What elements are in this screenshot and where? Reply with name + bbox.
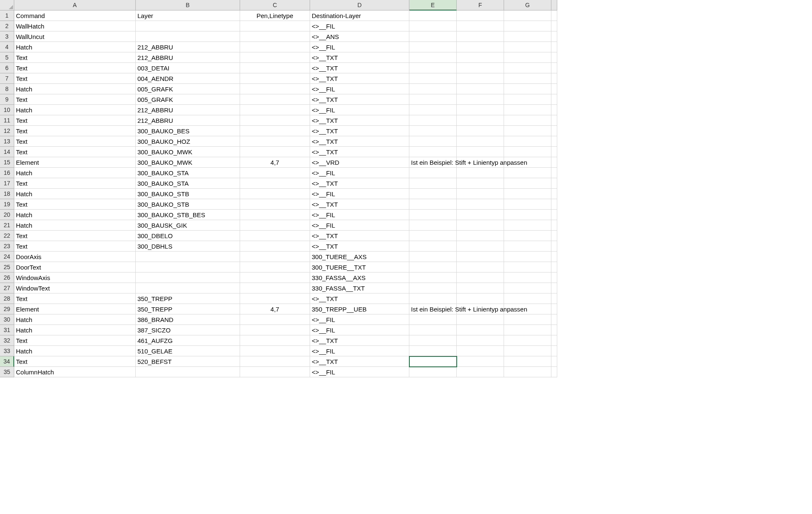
cell-E5[interactable]: [409, 52, 457, 63]
cell-D26[interactable]: 330_FASSA__AXS: [310, 273, 409, 283]
cell-E29[interactable]: Ist ein Beispiel: Stift + Linientyp anpa…: [409, 304, 457, 314]
cell-H28[interactable]: [551, 293, 557, 304]
cell-D31[interactable]: <>__FIL: [310, 325, 409, 335]
cell-A31[interactable]: Hatch: [14, 325, 136, 335]
cell-E24[interactable]: [409, 252, 457, 262]
cell-H7[interactable]: [551, 73, 557, 84]
column-header-A[interactable]: A: [14, 0, 136, 10]
cell-F11[interactable]: [457, 115, 504, 126]
cell-E1[interactable]: [409, 10, 457, 21]
cell-G14[interactable]: [504, 147, 551, 157]
cell-E32[interactable]: [409, 335, 457, 346]
cell-E30[interactable]: [409, 314, 457, 325]
cell-E19[interactable]: [409, 199, 457, 210]
cell-F30[interactable]: [457, 314, 504, 325]
column-header-F[interactable]: F: [457, 0, 504, 10]
cell-A17[interactable]: Text: [14, 178, 136, 189]
cell-C1[interactable]: Pen,Linetype: [240, 10, 310, 21]
cell-E7[interactable]: [409, 73, 457, 84]
cell-H22[interactable]: [551, 231, 557, 241]
cell-A27[interactable]: WindowText: [14, 283, 136, 293]
cell-A10[interactable]: Hatch: [14, 105, 136, 115]
column-header-G[interactable]: G: [504, 0, 551, 10]
cell-G2[interactable]: [504, 21, 551, 31]
cell-C20[interactable]: [240, 210, 310, 220]
cell-C28[interactable]: [240, 293, 310, 304]
cell-D3[interactable]: <>__ANS: [310, 31, 409, 42]
cell-F8[interactable]: [457, 84, 504, 94]
cell-F9[interactable]: [457, 94, 504, 105]
row-header-4[interactable]: 4: [0, 42, 14, 52]
cell-A18[interactable]: Hatch: [14, 189, 136, 199]
cell-C23[interactable]: [240, 241, 310, 252]
cell-G13[interactable]: [504, 136, 551, 147]
cell-B6[interactable]: 003_DETAI: [136, 63, 240, 73]
cell-E16[interactable]: [409, 168, 457, 178]
cell-F12[interactable]: [457, 126, 504, 136]
cell-G21[interactable]: [504, 220, 551, 231]
cell-H12[interactable]: [551, 126, 557, 136]
row-header-1[interactable]: 1: [0, 10, 14, 21]
cell-F1[interactable]: [457, 10, 504, 21]
cell-F26[interactable]: [457, 273, 504, 283]
cell-D1[interactable]: Destination-Layer: [310, 10, 409, 21]
cell-E23[interactable]: [409, 241, 457, 252]
cell-A25[interactable]: DoorText: [14, 262, 136, 273]
row-header-13[interactable]: 13: [0, 136, 14, 147]
row-header-11[interactable]: 11: [0, 115, 14, 126]
cell-G17[interactable]: [504, 178, 551, 189]
cell-G20[interactable]: [504, 210, 551, 220]
cell-E22[interactable]: [409, 231, 457, 241]
cell-A30[interactable]: Hatch: [14, 314, 136, 325]
cell-B21[interactable]: 300_BAUSK_GIK: [136, 220, 240, 231]
cell-F6[interactable]: [457, 63, 504, 73]
cell-H21[interactable]: [551, 220, 557, 231]
cell-G31[interactable]: [504, 325, 551, 335]
cell-G3[interactable]: [504, 31, 551, 42]
cell-F3[interactable]: [457, 31, 504, 42]
cell-B31[interactable]: 387_SICZO: [136, 325, 240, 335]
cell-D24[interactable]: 300_TUERE__AXS: [310, 252, 409, 262]
cell-E20[interactable]: [409, 210, 457, 220]
cell-D10[interactable]: <>__FIL: [310, 105, 409, 115]
row-header-30[interactable]: 30: [0, 314, 14, 325]
cell-E8[interactable]: [409, 84, 457, 94]
cell-B28[interactable]: 350_TREPP: [136, 293, 240, 304]
cell-H20[interactable]: [551, 210, 557, 220]
cell-A33[interactable]: Hatch: [14, 346, 136, 356]
cell-B27[interactable]: [136, 283, 240, 293]
cell-F16[interactable]: [457, 168, 504, 178]
cell-G23[interactable]: [504, 241, 551, 252]
cell-D33[interactable]: <>__FIL: [310, 346, 409, 356]
cell-F35[interactable]: [457, 367, 504, 377]
select-all-corner[interactable]: [0, 0, 14, 10]
cell-H2[interactable]: [551, 21, 557, 31]
cell-H11[interactable]: [551, 115, 557, 126]
cell-D16[interactable]: <>__FIL: [310, 168, 409, 178]
cell-B18[interactable]: 300_BAUKO_STB: [136, 189, 240, 199]
cell-G22[interactable]: [504, 231, 551, 241]
cell-B7[interactable]: 004_AENDR: [136, 73, 240, 84]
cell-H18[interactable]: [551, 189, 557, 199]
cell-E28[interactable]: [409, 293, 457, 304]
cell-C22[interactable]: [240, 231, 310, 241]
column-header-D[interactable]: D: [310, 0, 409, 10]
row-header-25[interactable]: 25: [0, 262, 14, 273]
cell-C2[interactable]: [240, 21, 310, 31]
cell-D34[interactable]: <>__TXT: [310, 356, 409, 367]
cell-A35[interactable]: ColumnHatch: [14, 367, 136, 377]
cell-H27[interactable]: [551, 283, 557, 293]
cell-E34[interactable]: [409, 356, 457, 367]
column-header-C[interactable]: C: [240, 0, 310, 10]
cell-G26[interactable]: [504, 273, 551, 283]
cell-F28[interactable]: [457, 293, 504, 304]
row-header-8[interactable]: 8: [0, 84, 14, 94]
cell-H5[interactable]: [551, 52, 557, 63]
cell-C7[interactable]: [240, 73, 310, 84]
cell-E11[interactable]: [409, 115, 457, 126]
cell-B11[interactable]: 212_ABBRU: [136, 115, 240, 126]
cell-B17[interactable]: 300_BAUKO_STA: [136, 178, 240, 189]
row-header-15[interactable]: 15: [0, 157, 14, 168]
cell-G25[interactable]: [504, 262, 551, 273]
cell-A5[interactable]: Text: [14, 52, 136, 63]
